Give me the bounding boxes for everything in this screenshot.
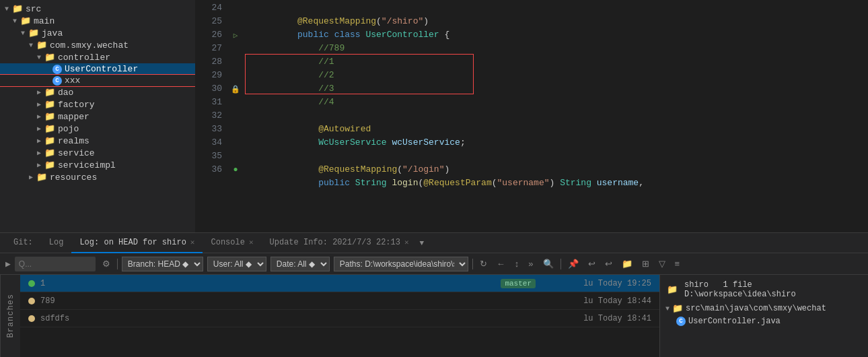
branch-select[interactable]: Branch: HEAD ◆	[122, 257, 203, 271]
log-hash-1: 1	[40, 279, 45, 288]
tab-update-info[interactable]: Update Info: 2021/7/3 22:13 ✕	[262, 233, 417, 253]
arrow-left-icon[interactable]: ▶	[5, 259, 11, 269]
right-tree-label-uc: UserController.java	[688, 317, 781, 326]
more-btn[interactable]: »	[526, 257, 536, 270]
tab-git[interactable]: Git:	[5, 233, 41, 253]
tree-item-mapper[interactable]: mapper	[0, 110, 195, 123]
chevron-service	[35, 149, 43, 157]
tree-item-realms[interactable]: realms	[0, 135, 195, 147]
right-tree-item-uc[interactable]: C UserController.java	[663, 315, 865, 327]
ln-24: 24	[195, 1, 222, 15]
right-tree-label-src: src\main\java\com\smxy\wechat	[686, 304, 826, 313]
folder-icon-pojo	[44, 123, 55, 134]
tree-item-src[interactable]: src	[0, 3, 195, 15]
redo-btn[interactable]: ↩	[602, 257, 615, 270]
pin-btn[interactable]: 📌	[565, 257, 581, 270]
gutter-25	[229, 15, 242, 28]
log-author-789: lu Today 18:44	[544, 296, 651, 306]
tab-console-close[interactable]: ✕	[249, 238, 254, 247]
sort-btn[interactable]: ↕	[512, 257, 522, 270]
tree-label-src: src	[26, 4, 41, 14]
ln-28: 28	[195, 55, 222, 69]
chevron-dao	[35, 88, 43, 96]
tree-label-service: service	[58, 148, 95, 158]
code-line-24: @RequestMapping("/shiro")	[242, 1, 868, 15]
ln-25: 25	[195, 15, 222, 28]
code-line-29: //3	[242, 69, 868, 82]
sep-3	[560, 259, 561, 269]
grid-btn[interactable]: ⊞	[639, 257, 652, 270]
log-item-1[interactable]: 1 master lu Today 19:25	[20, 275, 659, 292]
right-java-icon-uc: C	[676, 317, 686, 326]
ln-36: 36	[195, 163, 222, 176]
chevron-factory	[35, 100, 43, 108]
log-item-sdfdfs[interactable]: sdfdfs lu Today 18:41	[20, 310, 659, 327]
code-line-30: //4	[242, 82, 868, 96]
tree-item-resources[interactable]: resources	[0, 171, 195, 183]
tab-log-label: Log	[49, 238, 64, 247]
tree-item-controller[interactable]: controller	[0, 51, 195, 63]
filter-btn[interactable]: ▽	[656, 257, 668, 270]
log-item-789[interactable]: 789 lu Today 18:44	[20, 292, 659, 310]
tab-log-head-close[interactable]: ✕	[190, 238, 195, 247]
ln-32: 32	[195, 109, 222, 123]
chevron-realms	[35, 137, 43, 145]
tree-item-com[interactable]: com.smxy.wechat	[0, 39, 195, 51]
gutter-28	[229, 55, 242, 69]
ln-26: 26	[195, 28, 222, 42]
tab-log-head[interactable]: Log: on HEAD for shiro ✕	[71, 233, 203, 253]
tree-item-pojo[interactable]: pojo	[0, 123, 195, 135]
search2-btn[interactable]: 🔍	[540, 257, 556, 270]
tree-label-uc: UserController	[65, 64, 138, 74]
date-select[interactable]: Date: All ◆	[270, 257, 330, 271]
code-line-33: WcUserService wcUserService;	[242, 123, 868, 136]
list-btn[interactable]: ≡	[672, 257, 683, 270]
tree-item-usercontroller[interactable]: C UserController	[0, 63, 195, 75]
tab-log[interactable]: Log	[41, 233, 72, 253]
code-line-34	[242, 136, 868, 150]
folder-icon-src	[12, 3, 23, 14]
tab-console[interactable]: Console ✕	[203, 233, 261, 253]
right-chevron-src: ▼	[665, 305, 670, 313]
code-content: 24 25 26 27 28 29 30 31 32 33 34 35 36 ▷	[195, 0, 868, 232]
tree-item-dao[interactable]: dao	[0, 86, 195, 98]
bottom-tabs-bar: Git: Log Log: on HEAD for shiro ✕ Consol…	[0, 233, 868, 253]
tab-update-info-close[interactable]: ✕	[404, 238, 409, 247]
chevron-pojo	[35, 125, 43, 133]
right-panel-title: shiro 1 file D:\workspace\idea\shiro	[684, 280, 861, 299]
tree-item-xxx[interactable]: C xxx	[0, 75, 195, 86]
folder-btn[interactable]: 📁	[619, 257, 635, 270]
chevron-controller	[35, 54, 43, 61]
log-hash-sdfdfs: sdfdfs	[40, 314, 69, 323]
tree-item-java[interactable]: java	[0, 27, 195, 39]
gutter-30: 🔒	[229, 82, 242, 96]
chevron-java	[19, 30, 27, 37]
tree-item-factory[interactable]: factory	[0, 98, 195, 110]
tab-arrow[interactable]: ▼	[420, 239, 425, 247]
chevron-src	[3, 5, 11, 13]
search-input[interactable]	[15, 257, 96, 271]
bottom-panel: Git: Log Log: on HEAD for shiro ✕ Consol…	[0, 232, 868, 357]
gutter-32	[229, 109, 242, 123]
chevron-serviceimpl	[35, 161, 43, 169]
gutter-36: ●	[229, 163, 242, 176]
code-lines: @RequestMapping("/shiro") public class U…	[242, 0, 868, 232]
right-tree-item-src[interactable]: ▼ 📁 src\main\java\com\smxy\wechat	[663, 302, 865, 315]
log-panel: Branches 1 master lu Today 19:25 789 lu …	[0, 275, 868, 357]
tree-label-main: main	[34, 16, 55, 26]
gutter-35	[229, 150, 242, 163]
arrow-left2-btn[interactable]: ←	[494, 257, 508, 270]
line-numbers: 24 25 26 27 28 29 30 31 32 33 34 35 36	[195, 0, 229, 232]
gutter-34	[229, 136, 242, 150]
branch-tag-1: master	[501, 279, 536, 288]
paths-select[interactable]: Paths: D:\workspace\idea\shiro\shiro ◆	[334, 257, 468, 271]
tab-console-label: Console	[211, 238, 244, 247]
tree-item-service[interactable]: service	[0, 147, 195, 159]
refresh-btn[interactable]: ↻	[477, 257, 490, 270]
undo-btn[interactable]: ↩	[585, 257, 598, 270]
tree-item-main[interactable]: main	[0, 15, 195, 27]
settings-btn[interactable]: ⚙	[100, 257, 113, 270]
user-select[interactable]: User: All ◆	[207, 257, 266, 271]
log-author-sdfdfs: lu Today 18:41	[544, 314, 651, 323]
tree-item-serviceimpl[interactable]: serviceimpl	[0, 159, 195, 171]
